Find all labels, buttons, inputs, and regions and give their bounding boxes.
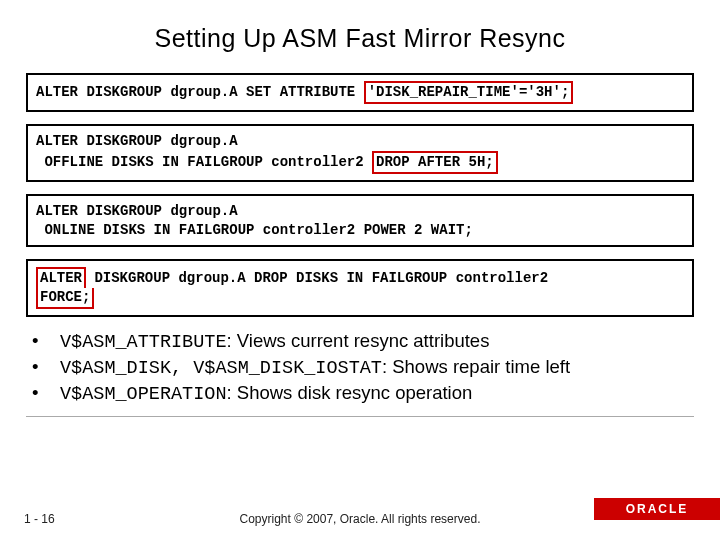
code4-hl-bot: FORCE; <box>36 288 94 309</box>
bullet-3-code: V$ASM_OPERATION <box>60 384 227 405</box>
bullet-dot: • <box>26 381 60 407</box>
bullet-2-code: V$ASM_DISK, V$ASM_DISK_IOSTAT <box>60 358 382 379</box>
oracle-logo: ORACLE <box>594 498 720 520</box>
code1-highlight: 'DISK_REPAIR_TIME'='3H'; <box>364 81 574 104</box>
code3-line2: ONLINE DISKS IN FAILGROUP controller2 PO… <box>36 222 473 238</box>
code-box-1: ALTER DISKGROUP dgroup.A SET ATTRIBUTE '… <box>26 73 694 112</box>
bullet-1-rest: : Views current resync attributes <box>227 330 490 351</box>
code1-pre: ALTER DISKGROUP dgroup.A SET ATTRIBUTE <box>36 84 364 100</box>
code-box-3: ALTER DISKGROUP dgroup.A ONLINE DISKS IN… <box>26 194 694 248</box>
bullet-list: • V$ASM_ATTRIBUTE: Views current resync … <box>26 329 694 417</box>
code2-line1: ALTER DISKGROUP dgroup.A <box>36 133 238 149</box>
code-box-4: ALTER DISKGROUP dgroup.A DROP DISKS IN F… <box>26 259 694 317</box>
bullet-3-rest: : Shows disk resync operation <box>227 382 473 403</box>
bullet-3: • V$ASM_OPERATION: Shows disk resync ope… <box>26 381 694 407</box>
bullet-dot: • <box>26 329 60 355</box>
bullet-dot: • <box>26 355 60 381</box>
code2-line2a: OFFLINE DISKS IN FAILGROUP controller2 <box>36 154 372 170</box>
bullet-2: • V$ASM_DISK, V$ASM_DISK_IOSTAT: Shows r… <box>26 355 694 381</box>
bullet-2-rest: : Shows repair time left <box>382 356 570 377</box>
slide-title: Setting Up ASM Fast Mirror Resync <box>0 0 720 67</box>
bullet-1-code: V$ASM_ATTRIBUTE <box>60 332 227 353</box>
code4-hl-top: ALTER <box>36 267 86 288</box>
footer: 1 - 16 Copyright © 2007, Oracle. All rig… <box>0 498 720 536</box>
code4-rest: DISKGROUP dgroup.A DROP DISKS IN FAILGRO… <box>86 270 548 286</box>
code-box-2: ALTER DISKGROUP dgroup.A OFFLINE DISKS I… <box>26 124 694 182</box>
bullet-1: • V$ASM_ATTRIBUTE: Views current resync … <box>26 329 694 355</box>
code3-line1: ALTER DISKGROUP dgroup.A <box>36 203 238 219</box>
code2-highlight: DROP AFTER 5H; <box>372 151 498 174</box>
